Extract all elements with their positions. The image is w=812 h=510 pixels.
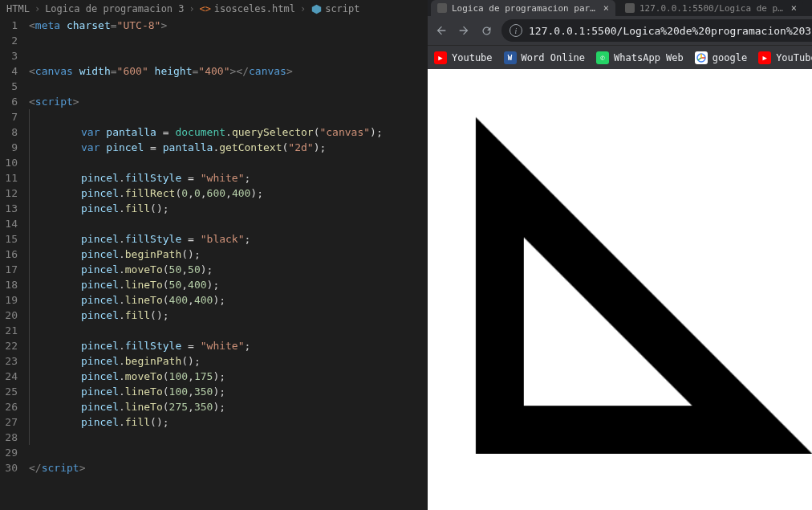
tab-title: 127.0.0.1:5500/Logica de progral <box>639 3 786 14</box>
code-line[interactable] <box>29 155 421 170</box>
code-line[interactable]: pincel.lineTo(400,400); <box>29 292 421 308</box>
line-number: 12 <box>5 186 18 201</box>
close-tab-icon[interactable]: × <box>791 2 797 14</box>
code-line[interactable]: pincel.lineTo(50,400); <box>29 277 421 292</box>
line-number: 1 <box>5 18 18 33</box>
reload-button[interactable] <box>479 23 493 38</box>
line-number: 6 <box>5 94 18 109</box>
bookmark-label: WhatsApp Web <box>614 52 684 63</box>
code-area[interactable]: 1234567891011121314151617181920212223242… <box>0 18 428 510</box>
line-number: 24 <box>5 369 18 384</box>
code-line[interactable] <box>29 430 421 445</box>
line-number: 8 <box>5 124 18 140</box>
breadcrumb[interactable]: HTML › Logica de programacion 3 › <> iso… <box>0 0 428 18</box>
code-line[interactable]: pincel.beginPath(); <box>29 353 421 369</box>
breadcrumb-separator-icon: › <box>186 3 198 14</box>
close-tab-icon[interactable]: × <box>603 2 609 14</box>
code-content[interactable]: <meta charset="UTC-8"><canvas width="600… <box>29 18 428 510</box>
bookmark-label: Word Online <box>522 52 585 63</box>
browser-toolbar: i 127.0.0.1:5500/Logica%20de%20programac… <box>428 16 812 45</box>
line-number-gutter: 1234567891011121314151617181920212223242… <box>0 18 29 510</box>
code-line[interactable]: <canvas width="600" height="400"></canva… <box>29 63 421 79</box>
line-number: 5 <box>5 79 18 94</box>
code-line[interactable] <box>29 48 421 63</box>
code-line[interactable]: pincel.lineTo(100,350); <box>29 384 421 399</box>
code-line[interactable] <box>29 79 421 94</box>
code-line[interactable]: pincel.fillStyle = "white"; <box>29 338 421 353</box>
breadcrumb-separator-icon: › <box>297 3 309 14</box>
line-number: 18 <box>5 277 18 292</box>
rendered-canvas <box>428 69 812 454</box>
line-number: 14 <box>5 216 18 231</box>
back-button[interactable] <box>434 23 449 38</box>
code-line[interactable]: pincel.fillStyle = "black"; <box>29 231 421 247</box>
browser-tab[interactable]: 127.0.0.1:5500/Logica de progral× <box>619 0 803 16</box>
code-line[interactable]: pincel.moveTo(100,175); <box>29 369 421 384</box>
favicon <box>437 3 447 13</box>
line-number: 21 <box>5 323 18 338</box>
line-number: 26 <box>5 399 18 414</box>
browser-pane: Logica de programacion parte 3.×127.0.0.… <box>428 0 812 510</box>
code-line[interactable] <box>29 109 421 124</box>
line-number: 4 <box>5 63 18 79</box>
code-line[interactable]: pincel.moveTo(50,50); <box>29 262 421 277</box>
wa-icon: ✆ <box>596 51 609 64</box>
breadcrumb-seg[interactable]: Logica de programacion 3 <box>45 3 184 14</box>
page-viewport <box>428 69 812 510</box>
browser-tabstrip[interactable]: Logica de programacion parte 3.×127.0.0.… <box>428 0 812 16</box>
bookmark-item[interactable]: ▶YouTube <box>758 51 812 64</box>
breadcrumb-seg[interactable]: HTML <box>6 3 30 14</box>
code-line[interactable]: </script> <box>29 460 421 475</box>
line-number: 7 <box>5 109 18 124</box>
code-line[interactable]: var pantalla = document.querySelector("c… <box>29 124 421 140</box>
bookmark-item[interactable]: google <box>695 51 747 64</box>
bookmarks-bar[interactable]: ▶YoutubeWWord Online✆WhatsApp Webgoogle▶… <box>428 45 812 69</box>
code-line[interactable]: <script> <box>29 94 421 109</box>
breadcrumb-seg[interactable]: isosceles.html <box>214 3 295 14</box>
code-line[interactable]: pincel.fill(); <box>29 201 421 216</box>
breadcrumb-seg[interactable]: script <box>325 3 359 14</box>
code-line[interactable]: pincel.fillStyle = "white"; <box>29 170 421 186</box>
code-line[interactable]: <meta charset="UTC-8"> <box>29 18 421 33</box>
line-number: 13 <box>5 201 18 216</box>
code-line[interactable] <box>29 216 421 231</box>
url-text: 127.0.0.1:5500/Logica%20de%20programacio… <box>529 25 812 37</box>
breadcrumb-separator-icon: › <box>31 3 43 14</box>
site-info-icon[interactable]: i <box>510 24 522 37</box>
code-line[interactable]: pincel.lineTo(275,350); <box>29 399 421 414</box>
code-line[interactable]: pincel.fill(); <box>29 308 421 323</box>
address-bar[interactable]: i 127.0.0.1:5500/Logica%20de%20programac… <box>501 19 812 42</box>
favicon <box>625 3 635 13</box>
line-number: 20 <box>5 308 18 323</box>
line-number: 2 <box>5 33 18 48</box>
code-line[interactable]: pincel.fill(); <box>29 414 421 430</box>
goog-icon <box>695 51 708 64</box>
forward-button[interactable] <box>457 23 471 38</box>
line-number: 10 <box>5 155 18 170</box>
code-line[interactable] <box>29 33 421 48</box>
line-number: 3 <box>5 48 18 63</box>
browser-tab[interactable]: Logica de programacion parte 3.× <box>431 0 615 16</box>
line-number: 16 <box>5 247 18 262</box>
bookmark-label: YouTube <box>776 52 812 63</box>
code-line[interactable]: var pincel = pantalla.getContext("2d"); <box>29 140 421 155</box>
word-icon: W <box>504 51 517 64</box>
bookmark-label: Youtube <box>452 52 493 63</box>
bookmark-item[interactable]: WWord Online <box>504 51 585 64</box>
line-number: 15 <box>5 231 18 247</box>
bookmark-item[interactable]: ✆WhatsApp Web <box>596 51 684 64</box>
line-number: 25 <box>5 384 18 399</box>
code-line[interactable] <box>29 445 421 460</box>
html-file-icon: <> <box>200 3 211 14</box>
line-number: 17 <box>5 262 18 277</box>
line-number: 22 <box>5 338 18 353</box>
line-number: 27 <box>5 414 18 430</box>
code-line[interactable]: pincel.beginPath(); <box>29 247 421 262</box>
yt-icon: ▶ <box>434 51 447 64</box>
bookmark-item[interactable]: ▶Youtube <box>434 51 493 64</box>
code-line[interactable] <box>29 323 421 338</box>
tab-title: Logica de programacion parte 3. <box>452 3 599 14</box>
line-number: 23 <box>5 353 18 369</box>
line-number: 9 <box>5 140 18 155</box>
code-line[interactable]: pincel.fillRect(0,0,600,400); <box>29 186 421 201</box>
